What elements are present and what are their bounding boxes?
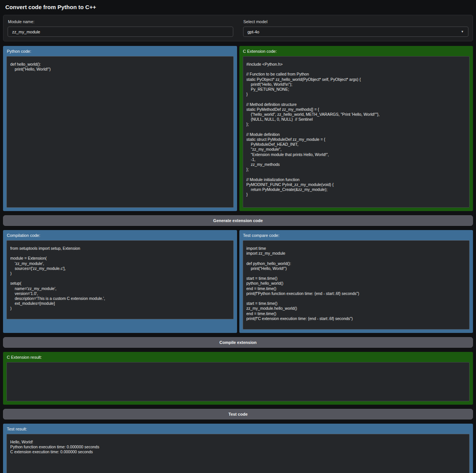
compilation-code-textarea[interactable]: from setuptools import setup, Extension … — [6, 240, 234, 319]
model-dropdown-value: gpt-4o — [248, 30, 259, 34]
test-compare-code-panel: Test compare code: import time import zz… — [239, 230, 473, 333]
compile-row: Compilation code: from setuptools import… — [3, 230, 473, 333]
c-extension-code-label: C Extension code: — [243, 49, 470, 54]
config-row: Module name: Select model gpt-4o ▼ — [3, 15, 473, 41]
test-result-textarea[interactable]: Hello, World! Python function execution … — [6, 434, 470, 473]
c-extension-result-panel: C Extension result: — [3, 352, 473, 405]
module-name-label: Module name: — [8, 19, 233, 24]
test-compare-code-label: Test compare code: — [243, 233, 470, 238]
c-extension-result-textarea[interactable] — [6, 362, 470, 401]
chevron-down-icon: ▼ — [461, 30, 464, 33]
compilation-code-panel: Compilation code: from setuptools import… — [3, 230, 237, 333]
python-code-panel: Python code: def hello_world(): print("H… — [3, 46, 237, 211]
test-code-button[interactable]: Test code — [3, 409, 473, 419]
compilation-code-label: Compilation code: — [7, 233, 234, 238]
c-extension-result-label: C Extension result: — [7, 355, 470, 359]
c-extension-code-textarea[interactable]: #include <Python.h> // Function to be ca… — [243, 56, 470, 208]
model-dropdown[interactable]: gpt-4o ▼ — [243, 27, 469, 37]
compile-extension-button[interactable]: Compile extension — [3, 337, 473, 348]
module-name-group: Module name: — [8, 19, 233, 37]
select-model-group: Select model gpt-4o ▼ — [243, 19, 469, 37]
python-code-label: Python code: — [7, 49, 234, 54]
c-extension-code-panel: C Extension code: #include <Python.h> //… — [239, 46, 473, 211]
module-name-input[interactable] — [8, 27, 233, 37]
select-model-label: Select model — [243, 19, 468, 24]
page-title: Convert code from Python to C++ — [3, 0, 473, 15]
python-code-textarea[interactable]: def hello_world(): print("Hello, World!"… — [6, 56, 234, 208]
test-result-panel: Test result: Hello, World! Python functi… — [3, 424, 473, 473]
code-row: Python code: def hello_world(): print("H… — [3, 46, 473, 211]
test-compare-code-textarea[interactable]: import time import zz_my_module def pyth… — [243, 240, 470, 330]
test-result-label: Test result: — [7, 427, 470, 431]
app-page: Convert code from Python to C++ Module n… — [0, 0, 476, 473]
generate-extension-code-button[interactable]: Generate extension code — [3, 215, 473, 226]
